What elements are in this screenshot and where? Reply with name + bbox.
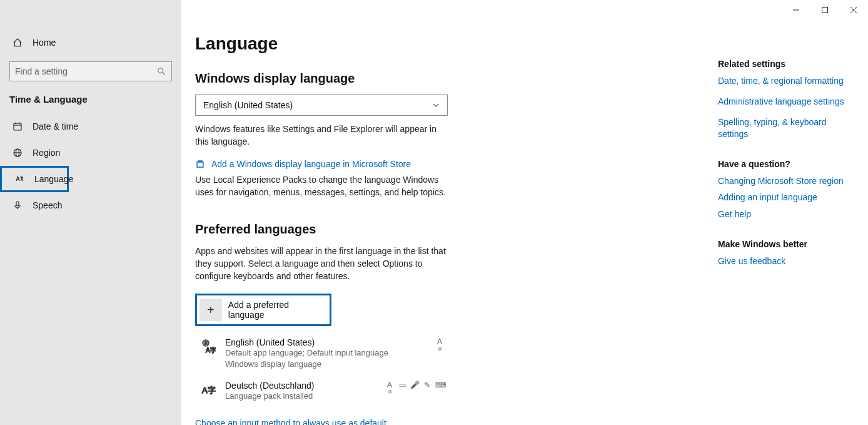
language-feature-icon: A字 <box>435 337 444 356</box>
related-link[interactable]: Administrative language settings <box>718 96 849 108</box>
sidebar-item-label: Date & time <box>33 121 78 131</box>
related-link[interactable]: Date, time, & regional formatting <box>718 75 849 87</box>
handwriting-icon: ✎ <box>423 381 431 399</box>
sidebar-item-language[interactable]: Language <box>0 166 69 192</box>
page-title: Language <box>195 34 868 54</box>
sidebar-item-label: Region <box>33 148 60 158</box>
text-to-speech-icon: A字 <box>385 381 394 399</box>
related-link[interactable]: Spelling, typing, & keyboard settings <box>718 116 849 140</box>
keyboard-icon: ⌨ <box>435 381 444 399</box>
svg-rect-13 <box>16 202 19 206</box>
search-input[interactable] <box>9 61 172 81</box>
svg-line-5 <box>163 73 165 75</box>
right-column: Related settings Date, time, & regional … <box>718 59 849 286</box>
question-heading: Have a question? <box>718 159 849 169</box>
nav-home-label: Home <box>33 38 56 48</box>
help-link[interactable]: Get help <box>718 208 849 220</box>
help-link[interactable]: Adding an input language <box>718 192 849 203</box>
svg-rect-6 <box>14 123 21 130</box>
language-row-german[interactable]: A字 Deutsch (Deutschland) Language pack i… <box>195 376 448 407</box>
plus-icon: + <box>199 299 222 321</box>
store-icon <box>195 159 205 169</box>
language-name: English (United States) <box>225 337 445 347</box>
language-icon <box>14 174 24 184</box>
language-subtitle-2: Windows display language <box>225 359 445 370</box>
store-link[interactable]: Add a Windows display language in Micros… <box>211 159 411 169</box>
search-field[interactable] <box>15 66 156 76</box>
related-settings-heading: Related settings <box>718 59 849 69</box>
display-language-dropdown[interactable]: English (United States) <box>195 95 448 116</box>
home-icon <box>13 38 23 48</box>
add-preferred-language-label: Add a preferred language <box>228 300 327 320</box>
nav-home[interactable]: Home <box>0 30 181 55</box>
display-lang-icon: ▭ <box>398 381 406 399</box>
better-heading: Make Windows better <box>718 239 849 249</box>
sidebar: Home Time & Language Date & time Region … <box>0 0 181 425</box>
globe-icon <box>13 148 23 158</box>
sidebar-item-label: Language <box>34 174 73 184</box>
sidebar-item-date-time[interactable]: Date & time <box>0 113 181 140</box>
display-language-selected: English (United States) <box>203 100 293 110</box>
sidebar-item-speech[interactable]: Speech <box>0 192 181 218</box>
sidebar-section-heading: Time & Language <box>0 90 181 113</box>
clock-icon <box>13 121 23 131</box>
add-preferred-language-button[interactable]: + Add a preferred language <box>195 294 331 326</box>
search-icon <box>156 66 166 76</box>
chevron-down-icon <box>432 101 440 109</box>
sidebar-item-label: Speech <box>33 200 62 210</box>
microphone-icon <box>13 200 23 210</box>
feedback-link[interactable]: Give us feedback <box>718 255 849 267</box>
display-language-desc: Windows features like Settings and File … <box>195 123 448 148</box>
speech-icon: 🎤 <box>410 381 419 399</box>
svg-point-4 <box>158 68 163 73</box>
language-subtitle: Default app language; Default input lang… <box>225 347 445 359</box>
language-glyph-icon: A字 <box>199 337 218 370</box>
svg-text:A字: A字 <box>206 347 216 354</box>
language-glyph-icon: A字 <box>199 381 218 402</box>
help-link[interactable]: Changing Microsoft Store region <box>718 175 849 187</box>
preferred-languages-desc: Apps and websites will appear in the fir… <box>195 245 448 282</box>
language-row-english[interactable]: A字 English (United States) Default app l… <box>195 332 448 375</box>
svg-text:A字: A字 <box>202 386 216 395</box>
lep-desc: Use Local Experience Packs to change the… <box>195 174 448 198</box>
sidebar-item-region[interactable]: Region <box>0 140 181 166</box>
input-method-link[interactable]: Choose an input method to always use as … <box>195 418 868 425</box>
